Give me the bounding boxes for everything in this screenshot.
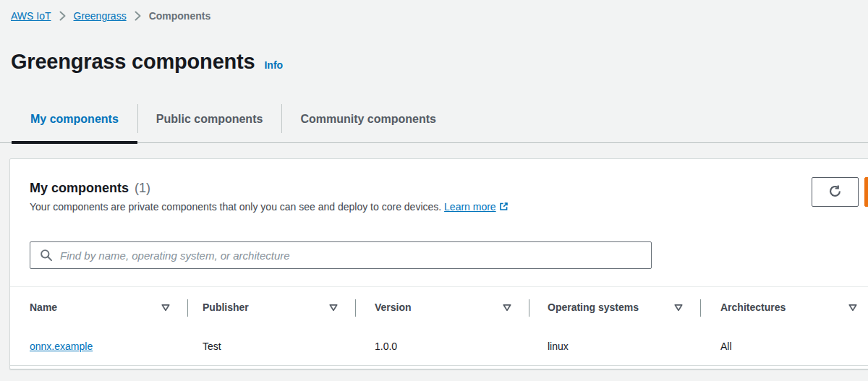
panel-actions [812, 177, 868, 207]
filter-caret-icon[interactable] [329, 304, 338, 312]
component-link[interactable]: onnx.example [30, 341, 93, 352]
learn-more-link[interactable]: Learn more [444, 201, 496, 213]
page-header: Greengrass components Info [0, 22, 868, 74]
breadcrumb-link-aws-iot[interactable]: AWS IoT [11, 10, 51, 22]
panel-footer-padding [10, 366, 868, 369]
column-header-operating-systems: Operating systems [529, 287, 700, 328]
cell-text: Test [203, 341, 221, 352]
breadcrumb-current: Components [149, 10, 211, 22]
panel-count: (1) [135, 181, 150, 196]
breadcrumb-link-greengrass[interactable]: Greengrass [74, 10, 127, 22]
refresh-icon [828, 184, 842, 200]
column-header-name: Name [10, 287, 187, 328]
column-label: Operating systems [548, 301, 639, 313]
tab-public-components[interactable]: Public components [137, 95, 282, 143]
chevron-right-icon [135, 11, 141, 21]
cell-text: linux [548, 341, 569, 352]
panel-description-text: Your components are private components t… [30, 201, 441, 213]
chevron-right-icon [59, 11, 66, 21]
search-icon [40, 249, 53, 265]
tab-community-components[interactable]: Community components [281, 95, 455, 143]
column-label: Name [30, 301, 57, 313]
refresh-button[interactable] [812, 177, 859, 207]
tab-my-components[interactable]: My components [12, 95, 137, 143]
external-link-icon [499, 202, 509, 213]
my-components-panel: My components (1) Your components are pr… [9, 158, 868, 369]
cell-name: onnx.example [10, 328, 187, 365]
column-header-publisher: Publisher [187, 287, 355, 328]
filter-caret-icon[interactable] [503, 304, 511, 312]
primary-action-button[interactable] [864, 177, 868, 207]
column-label: Version [375, 301, 412, 313]
search-bar [30, 241, 652, 269]
panel-description: Your components are private components t… [30, 201, 851, 213]
table-row: onnx.example Test 1.0.0 linux All [10, 328, 868, 366]
cell-architectures: All [700, 328, 868, 365]
column-label: Architectures [720, 301, 786, 313]
search-input[interactable] [30, 241, 652, 269]
cell-version: 1.0.0 [355, 328, 529, 365]
cell-text: 1.0.0 [375, 341, 397, 352]
info-link[interactable]: Info [264, 59, 283, 71]
column-label: Publisher [203, 301, 249, 313]
tab-bar: My components Public components Communit… [12, 95, 868, 143]
page-title: Greengrass components [11, 50, 255, 74]
column-header-version: Version [355, 287, 529, 328]
column-header-architectures: Architectures [700, 287, 868, 328]
panel-header: My components (1) Your components are pr… [10, 159, 868, 229]
filter-caret-icon[interactable] [848, 304, 857, 312]
panel-title: My components [30, 181, 129, 196]
table-header-row: Name Publisher Version Operating systems… [10, 286, 868, 328]
filter-caret-icon[interactable] [674, 304, 683, 312]
cell-operating-systems: linux [529, 328, 700, 365]
cell-publisher: Test [187, 328, 355, 365]
breadcrumb: AWS IoT Greengrass Components [0, 0, 868, 22]
filter-caret-icon[interactable] [161, 304, 170, 312]
cell-text: All [720, 341, 732, 352]
